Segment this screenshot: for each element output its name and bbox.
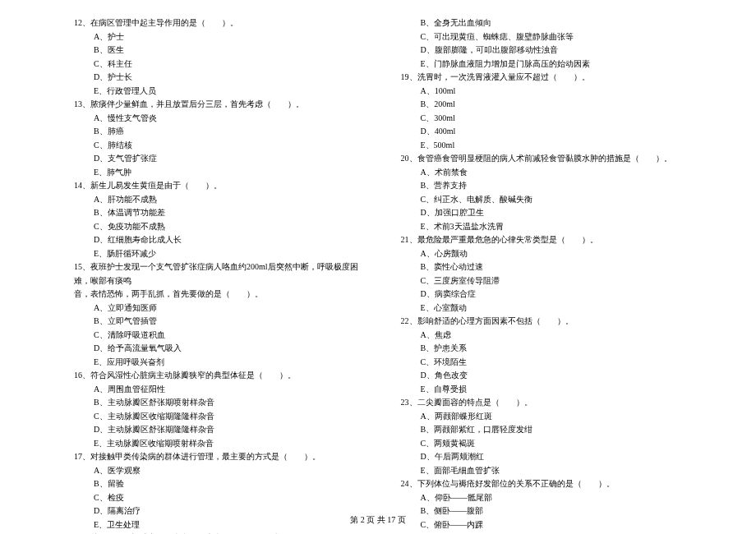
right-column: B、全身无出血倾向 C、可出现黄疸、蜘蛛痣、腹壁静脉曲张等 D、腹部膨隆，可叩出… [393,16,699,534]
q20-opt-b: B、营养支持 [401,179,699,193]
q16-opt-d: D、主动脉瓣区舒张期隆隆样杂音 [74,423,372,437]
q20-opt-d: D、加强口腔卫生 [401,206,699,220]
q14-opt-b: B、体温调节功能差 [74,206,372,220]
q14-opt-e: E、肠肝循环减少 [74,247,372,261]
q13-opt-d: D、支气管扩张症 [74,152,372,166]
q20-opt-c: C、纠正水、电解质、酸碱失衡 [401,193,699,207]
q24-stem: 24、下列体位与褥疮好发部位的关系不正确的是（ ）。 [401,477,699,491]
q17-stem: 17、对接触甲类传染病的群体进行管理，最主要的方式是（ ）。 [74,450,372,464]
q12-opt-b: B、医生 [74,44,372,58]
q23-opt-b: B、两颧部紫红，口唇轻度发绀 [401,423,699,437]
q19-opt-b: B、200ml [401,98,699,112]
q16-opt-a: A、周围血管征阳性 [74,383,372,397]
q13-opt-a: A、慢性支气管炎 [74,112,372,126]
q12-opt-c: C、科主任 [74,58,372,71]
q15-opt-b: B、立即气管插管 [74,315,372,329]
q15-opt-d: D、给予高流量氧气吸入 [74,342,372,356]
q16-stem: 16、符合风湿性心脏病主动脉瓣狭窄的典型体征是（ ）。 [74,369,372,383]
q12-opt-e: E、行政管理人员 [74,85,372,99]
q14-stem: 14、新生儿易发生黄疸是由于（ ）。 [74,179,372,193]
q16-opt-e: E、主动脉瓣区收缩期喷射样杂音 [74,437,372,451]
q22-opt-e: E、自尊受损 [401,383,699,397]
q21-opt-a: A、心房颤动 [401,247,699,261]
q22-opt-a: A、焦虑 [401,329,699,343]
q22-stem: 22、影响舒适的心理方面因素不包括（ ）。 [401,315,699,329]
q22-opt-c: C、环境陌生 [401,356,699,370]
q15-opt-e: E、应用呼吸兴奋剂 [74,356,372,370]
left-column: 12、在病区管理中起主导作用的是（ ）。 A、护士 B、医生 C、科主任 D、护… [74,16,393,534]
q21-opt-d: D、病窦综合症 [401,288,699,302]
q13-opt-b: B、肺癌 [74,125,372,139]
q21-opt-c: C、三度房室传导阻滞 [401,274,699,288]
q12-stem: 12、在病区管理中起主导作用的是（ ）。 [74,16,372,30]
q15-stem-line1: 15、夜班护士发现一个支气管扩张症病人咯血约200ml后突然中断，呼吸极度困难，… [74,260,372,288]
q16-opt-c: C、主动脉瓣区收缩期隆隆样杂音 [74,410,372,424]
q24-opt-a: A、仰卧——骶尾部 [401,491,699,505]
q13-stem: 13、脓痰伴少量鲜血，并且放置后分三层，首先考虑（ ）。 [74,98,372,112]
q23-opt-a: A、两颧部蝶形红斑 [401,410,699,424]
q22-opt-b: B、护患关系 [401,342,699,356]
q17-opt-b: B、留验 [74,477,372,491]
q15-opt-a: A、立即通知医师 [74,302,372,315]
q21-stem: 21、最危险最严重最危急的心律失常类型是（ ）。 [401,233,699,247]
q14-opt-c: C、免疫功能不成熟 [74,220,372,234]
q16-opt-b: B、主动脉瓣区舒张期喷射样杂音 [74,396,372,410]
q21-opt-e: E、心室颤动 [401,302,699,315]
q12-opt-d: D、护士长 [74,71,372,85]
q18-opt-d: D、腹部膨隆，可叩出腹部移动性浊音 [401,44,699,58]
q22-opt-d: D、角色改变 [401,369,699,383]
q13-opt-c: C、肺结核 [74,139,372,153]
q18-opt-e: E、门静脉血液阻力增加是门脉高压的始动因素 [401,58,699,71]
q14-opt-a: A、肝功能不成熟 [74,193,372,207]
q13-opt-e: E、肺气肿 [74,166,372,180]
q23-opt-e: E、面部毛细血管扩张 [401,464,699,478]
q17-opt-c: C、检疫 [74,491,372,505]
page-footer: 第 2 页 共 17 页 [0,514,756,526]
q20-stem: 20、食管癌食管明显梗阻的病人术前减轻食管黏膜水肿的措施是（ ）。 [401,152,699,166]
q15-opt-c: C、清除呼吸道积血 [74,329,372,343]
q23-stem: 23、二尖瓣面容的特点是（ ）。 [401,396,699,410]
q18-opt-b: B、全身无出血倾向 [401,16,699,30]
q20-opt-e: E、术前3天温盐水洗胃 [401,220,699,234]
q17-opt-a: A、医学观察 [74,464,372,478]
q19-stem: 19、洗胃时，一次洗胃液灌入量应不超过（ ）。 [401,71,699,85]
q18-opt-c: C、可出现黄疸、蜘蛛痣、腹壁静脉曲张等 [401,30,699,44]
q19-opt-a: A、100ml [401,85,699,99]
q14-opt-d: D、红细胞寿命比成人长 [74,233,372,247]
q20-opt-a: A、术前禁食 [401,166,699,180]
q23-opt-d: D、午后两颊潮红 [401,450,699,464]
q19-opt-d: D、400ml [401,125,699,139]
q23-opt-c: C、两颊黄褐斑 [401,437,699,451]
q21-opt-b: B、窦性心动过速 [401,260,699,274]
q15-stem-line2: 音，表情恐怖，两手乱抓，首先要做的是（ ）。 [74,288,372,302]
q12-opt-a: A、护士 [74,30,372,44]
q19-opt-e: E、500ml [401,139,699,153]
q19-opt-c: C、300ml [401,112,699,126]
